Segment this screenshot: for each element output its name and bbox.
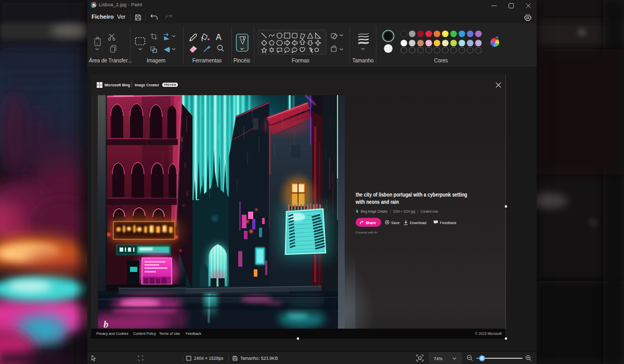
svg-text:b: b bbox=[103, 319, 109, 329]
svg-text:A: A bbox=[216, 33, 222, 42]
